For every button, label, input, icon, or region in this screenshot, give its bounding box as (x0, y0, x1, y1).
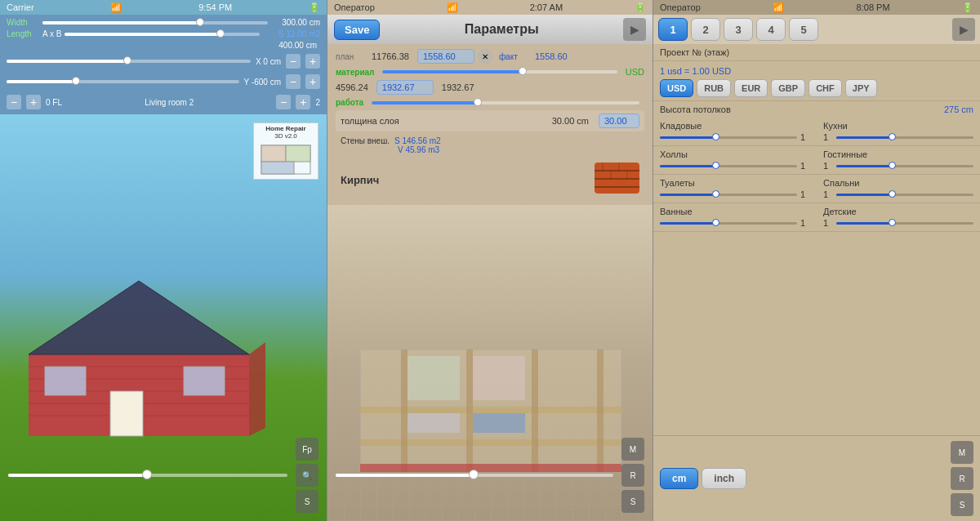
minimap-title: Home Repair (265, 125, 305, 132)
y-minus-btn[interactable]: − (286, 74, 301, 89)
floor-minus-btn[interactable]: − (7, 95, 21, 109)
room-holly: Холлы 1 (653, 146, 817, 175)
bottom-section-3: cm inch M R S (653, 435, 980, 521)
status-bar-1: Carrier 📶 9:54 PM 🔋 (0, 0, 327, 15)
svg-rect-12 (110, 391, 143, 436)
kladovye-count: 1 (800, 132, 810, 142)
s-btn-1[interactable]: S (296, 490, 318, 513)
length-value: 400.00 cm (7, 41, 320, 50)
material-input[interactable]: 1932.67 (376, 80, 434, 95)
kuhni-slider[interactable] (836, 136, 973, 139)
length-slider[interactable] (65, 33, 260, 36)
wifi-icon-3: 📶 (773, 2, 784, 13)
plan-row: план 11766.38 1558.60 ✕ факт 1558.60 (336, 49, 644, 64)
work-slider[interactable] (372, 101, 639, 105)
carrier-2: Оператор (334, 2, 375, 12)
material-fact-value: 1932.67 (442, 82, 474, 92)
clear-btn-plan[interactable]: ✕ (478, 49, 492, 64)
time-2: 2:07 AM (530, 2, 563, 12)
save-button[interactable]: Save (334, 20, 380, 40)
scene-3d-1[interactable]: Home Repair 3D v2.0 (0, 114, 327, 521)
x-minus-btn[interactable]: − (286, 54, 301, 69)
fp-btn[interactable]: Fp (296, 438, 318, 461)
r-btn-2[interactable]: R (621, 464, 644, 487)
currency-chf-btn[interactable]: CHF (808, 79, 842, 97)
bottom-controls-2: M R S (327, 438, 653, 513)
plan-input[interactable]: 1558.60 (417, 49, 474, 64)
currency-jpy-btn[interactable]: JPY (845, 79, 877, 97)
bottom-slider-1[interactable] (8, 474, 287, 477)
thickness-value: 30.00 cm (552, 116, 589, 126)
width-row: Width 300.00 cm (7, 18, 320, 27)
status-bar-2: Оператор 📶 2:07 AM 🔋 (327, 0, 653, 15)
play-btn-3[interactable]: ▶ (952, 18, 975, 41)
tab-3[interactable]: 3 (724, 18, 753, 41)
detskie-slider[interactable] (836, 222, 973, 225)
material-plan-value: 4596.24 (336, 82, 368, 92)
y-slider[interactable] (7, 80, 239, 83)
m-btn-2[interactable]: M (621, 438, 644, 461)
vanny-label: Ванные (660, 207, 810, 216)
floor-row: − + 0 FL Living room 2 − + 2 (7, 93, 320, 111)
minimap-svg (257, 141, 314, 178)
tab-4[interactable]: 4 (756, 18, 786, 41)
play-btn-2[interactable]: ▶ (623, 18, 646, 41)
svg-rect-33 (473, 356, 525, 400)
svg-rect-13 (45, 367, 86, 395)
currency-usd-btn[interactable]: USD (660, 79, 693, 97)
unit-cm-btn[interactable]: cm (660, 468, 698, 489)
kuhni-label: Кухни (823, 121, 973, 131)
m-btn-3[interactable]: M (951, 441, 973, 464)
spalny-label: Спальни (823, 178, 973, 188)
x-plus-btn[interactable]: + (305, 54, 320, 69)
unit-inch-btn[interactable]: inch (702, 468, 746, 489)
search-btn-1[interactable]: 🔍 (296, 464, 318, 487)
bottom-controls-1: Fp 🔍 S (0, 438, 327, 513)
bottom-slider-2[interactable] (336, 474, 613, 477)
material-values-row: 4596.24 1932.67 1932.67 (336, 80, 644, 95)
room-label: Living room 2 (67, 98, 271, 107)
gostinnye-slider[interactable] (836, 165, 973, 167)
spalny-slider[interactable] (836, 194, 973, 196)
y-plus-btn[interactable]: + (305, 74, 320, 89)
s-btn-3[interactable]: S (951, 493, 973, 516)
tualety-label: Туалеты (660, 178, 810, 188)
tab-2[interactable]: 2 (691, 18, 720, 41)
currency-eur-btn[interactable]: EUR (734, 79, 768, 97)
material-slider[interactable] (382, 70, 617, 73)
r-btn-3[interactable]: R (951, 467, 973, 490)
s-btn-2[interactable]: S (621, 490, 644, 513)
kladovye-label: Кладовые (660, 121, 810, 131)
x-slider[interactable] (7, 60, 251, 63)
tab-1[interactable]: 1 (658, 18, 688, 41)
room-plus-btn[interactable]: + (296, 95, 310, 109)
currency-rub-btn[interactable]: RUB (697, 79, 731, 97)
y-label: Y -600 cm (244, 78, 281, 87)
svg-rect-2 (286, 145, 310, 162)
wifi-icon-1: 📶 (110, 2, 122, 13)
scene-3d-2[interactable]: M R S (327, 205, 653, 521)
width-slider[interactable] (42, 21, 268, 24)
gostinnye-slider-row: 1 (823, 161, 973, 171)
s-value: S 12.00 m2 (263, 29, 320, 38)
side-buttons-2: M R S (621, 438, 644, 513)
room-minus-btn[interactable]: − (276, 95, 291, 109)
thickness-input-value: 30.00 (604, 116, 627, 126)
tab-5[interactable]: 5 (789, 18, 818, 41)
walls-info: Стены внеш. S 146.56 m2 V 45.96 m3 (336, 135, 644, 156)
thickness-input[interactable]: 30.00 (599, 114, 639, 128)
material-name: Кирпич (341, 174, 379, 186)
currency-gbp-btn[interactable]: GBP (771, 79, 805, 97)
status-bar-3: Оператор 📶 8:08 PM 🔋 (653, 0, 980, 15)
tualety-slider[interactable] (660, 194, 797, 196)
plan-value: 11766.38 (372, 51, 409, 61)
kladovye-slider[interactable] (660, 136, 797, 139)
vanny-slider[interactable] (660, 222, 797, 225)
holly-slider[interactable] (660, 165, 797, 167)
minimap-1: Home Repair 3D v2.0 (253, 122, 318, 180)
exchange-section: 1 usd = 1.00 USD USD RUB EUR GBP CHF JPY (653, 61, 980, 101)
floor-plus-btn[interactable]: + (26, 95, 41, 109)
brick-icon-svg (595, 163, 639, 194)
bottom-slider-area-1 (8, 474, 296, 477)
holly-count: 1 (800, 161, 810, 171)
